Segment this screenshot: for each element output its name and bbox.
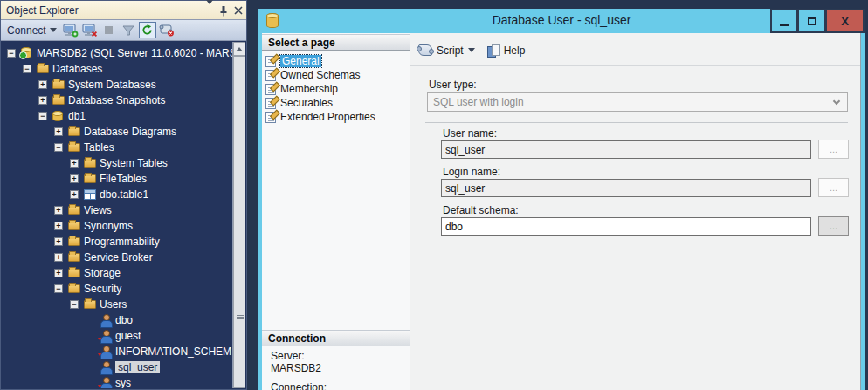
page-item-general[interactable]: General — [265, 54, 321, 68]
stop-icon[interactable] — [100, 22, 118, 38]
tree-item[interactable]: −MARSDB2 (SQL Server 11.0.6020 - MARSD — [2, 45, 232, 61]
help-button[interactable]: Help — [487, 44, 526, 57]
folder-icon — [68, 206, 80, 215]
expand-icon[interactable]: + — [70, 159, 79, 168]
expand-icon[interactable]: + — [38, 96, 47, 105]
tree-item-label: Security — [84, 283, 121, 295]
tree-item[interactable]: −Databases — [2, 61, 232, 77]
tree-item-label: MARSDB2 (SQL Server 11.0.6020 - MARSD — [37, 47, 232, 59]
tree-item-label: sql_user — [115, 361, 160, 373]
tree-item[interactable]: +System Tables — [2, 155, 232, 171]
tree-item-label: Service Broker — [84, 251, 153, 263]
collapse-icon[interactable]: − — [7, 49, 16, 58]
object-explorer-toolbar: Connect — [1, 20, 246, 41]
select-a-page-pane: Select a page GeneralOwned SchemasMember… — [262, 33, 410, 390]
tree-item[interactable]: guest — [2, 328, 232, 344]
expand-icon[interactable]: + — [54, 222, 63, 230]
dialog-client-area: Select a page GeneralOwned SchemasMember… — [262, 33, 861, 390]
tree-item[interactable]: +Database Snapshots — [2, 92, 232, 108]
tree-item[interactable]: dbo — [2, 312, 232, 328]
expand-icon[interactable]: + — [38, 80, 47, 89]
maximize-button[interactable] — [798, 9, 826, 33]
page-item-extended-properties[interactable]: Extended Properties — [265, 110, 375, 124]
collapse-icon[interactable]: − — [54, 143, 63, 152]
tree-item[interactable]: +Database Diagrams — [2, 124, 232, 140]
section-divider — [425, 122, 848, 123]
expand-icon[interactable]: + — [54, 253, 63, 262]
minimize-button[interactable] — [770, 9, 798, 33]
tree-item-label: guest — [115, 330, 141, 342]
page-item-label: Securables — [280, 97, 333, 109]
collapse-icon[interactable]: − — [54, 284, 63, 293]
expand-icon[interactable]: + — [54, 269, 63, 277]
default-schema-browse-button[interactable]: ... — [818, 216, 849, 236]
connect-server-icon[interactable] — [62, 22, 79, 38]
scrollbar-grip — [237, 315, 244, 319]
tree-item[interactable]: −Users — [2, 297, 232, 312]
page-item-securables[interactable]: Securables — [265, 96, 333, 110]
tree-item[interactable]: sys — [2, 375, 232, 388]
folder-icon — [68, 237, 80, 246]
tree-item-label: Storage — [84, 267, 121, 279]
expand-icon[interactable]: + — [54, 237, 63, 246]
refresh-icon[interactable] — [139, 22, 156, 38]
script-error-icon[interactable] — [158, 22, 176, 38]
object-explorer-panel: Object Explorer Connect — [0, 0, 247, 390]
close-button[interactable]: X — [826, 9, 865, 33]
collapse-icon[interactable]: − — [23, 65, 31, 73]
disconnect-server-icon[interactable] — [81, 22, 99, 38]
collapse-icon[interactable]: − — [70, 300, 79, 309]
close-icon: X — [841, 15, 849, 28]
scroll-up-icon[interactable] — [233, 42, 245, 56]
expand-icon[interactable]: + — [70, 174, 79, 183]
tree-item[interactable]: +Storage — [2, 265, 232, 281]
connect-button[interactable]: Connect — [7, 24, 57, 37]
server-icon — [21, 47, 31, 58]
tree-item[interactable]: +dbo.table1 — [2, 187, 232, 202]
scrollbar-thumb[interactable] — [233, 56, 245, 388]
tree-item[interactable]: +Synonyms — [2, 218, 232, 234]
pin-icon[interactable] — [219, 5, 228, 17]
user-disabled-icon — [100, 346, 112, 358]
tree-item-label: dbo.table1 — [100, 188, 148, 201]
page-item-label: Owned Schemas — [280, 69, 360, 81]
expand-icon[interactable]: + — [70, 190, 79, 199]
tree-item-label: System Databases — [68, 79, 156, 91]
tree-item-label: Programmability — [84, 236, 160, 248]
expand-icon[interactable]: + — [54, 206, 63, 215]
tree-item-label: Users — [100, 298, 127, 311]
dialog-toolbar: Script Help — [410, 33, 860, 66]
tree-item[interactable]: −db1 — [2, 108, 232, 124]
table-icon — [84, 189, 96, 200]
default-schema-input[interactable] — [441, 217, 811, 236]
folder-icon — [52, 96, 65, 105]
script-button[interactable]: Script — [418, 44, 475, 57]
window-position-icon[interactable] — [206, 1, 213, 20]
page-item-label: General — [280, 55, 321, 67]
object-explorer-titlebar: Object Explorer — [1, 1, 246, 20]
page-item-membership[interactable]: Membership — [265, 82, 338, 96]
page-item-owned-schemas[interactable]: Owned Schemas — [265, 68, 360, 82]
tree-item[interactable]: −Security — [2, 281, 232, 297]
filter-icon[interactable] — [120, 22, 137, 38]
object-explorer-title: Object Explorer — [6, 4, 79, 17]
tree-item-label: dbo — [115, 314, 133, 326]
close-icon[interactable] — [234, 6, 243, 15]
tree-item[interactable]: +Service Broker — [2, 250, 232, 265]
tree-item[interactable]: +Views — [2, 202, 232, 218]
collapse-icon[interactable]: − — [38, 112, 47, 120]
page-icon — [265, 98, 276, 109]
tree-item-label: Database Snapshots — [68, 94, 165, 106]
tree-item[interactable]: sql_user — [2, 359, 232, 375]
folder-icon — [37, 65, 49, 73]
script-dropdown-icon[interactable] — [468, 48, 475, 52]
tree-item[interactable]: +FileTables — [2, 171, 232, 187]
tree-item[interactable]: −Tables — [2, 140, 232, 155]
tree-item[interactable]: +System Databases — [2, 77, 232, 92]
user-name-input — [441, 140, 811, 159]
tree-item[interactable]: INFORMATION_SCHEM — [2, 344, 232, 359]
general-page-content: Script Help User type: SQL user with log… — [410, 33, 860, 390]
tree-vertical-scrollbar[interactable] — [232, 42, 245, 388]
tree-item[interactable]: +Programmability — [2, 234, 232, 250]
expand-icon[interactable]: + — [54, 127, 63, 136]
